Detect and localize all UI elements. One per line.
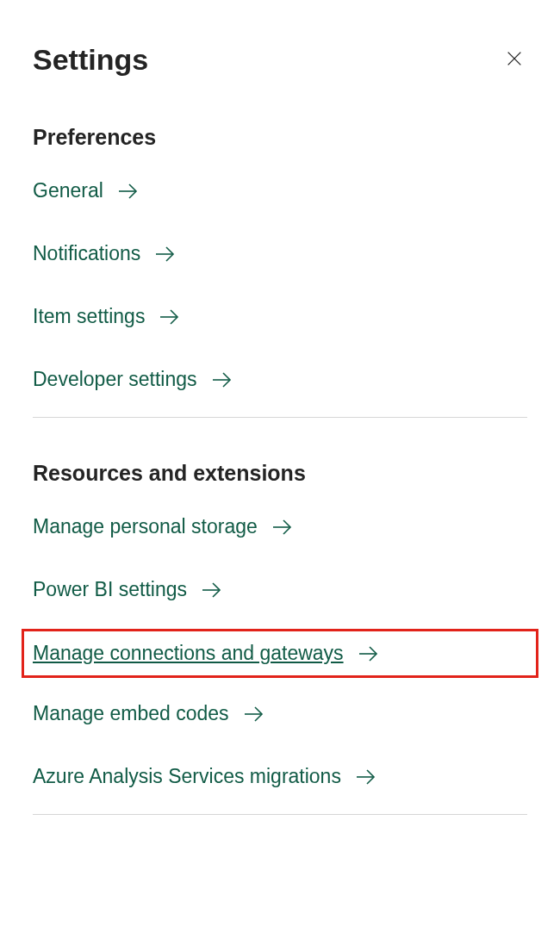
arrow-right-icon — [117, 182, 140, 201]
link-item-settings[interactable]: Item settings — [33, 305, 527, 328]
link-label: General — [33, 179, 103, 202]
arrow-right-icon — [154, 245, 177, 264]
arrow-right-icon — [201, 581, 223, 600]
arrow-right-icon — [358, 644, 380, 663]
link-label: Manage connections and gateways — [33, 642, 344, 665]
link-general[interactable]: General — [33, 179, 527, 202]
resources-links: Manage personal storage Power BI setting… — [33, 515, 527, 788]
link-notifications[interactable]: Notifications — [33, 242, 527, 265]
link-label: Developer settings — [33, 368, 197, 391]
close-icon — [505, 49, 524, 71]
arrow-right-icon — [211, 370, 233, 389]
link-label: Notifications — [33, 242, 140, 265]
section-divider — [33, 417, 527, 418]
settings-header: Settings — [33, 43, 527, 77]
link-manage-embed-codes[interactable]: Manage embed codes — [33, 702, 527, 725]
link-label: Manage embed codes — [33, 702, 229, 725]
arrow-right-icon — [243, 705, 265, 724]
preferences-links: General Notifications Item settings Deve… — [33, 179, 527, 391]
link-label: Item settings — [33, 305, 145, 328]
section-title-resources: Resources and extensions — [33, 461, 527, 486]
arrow-right-icon — [159, 308, 181, 326]
arrow-right-icon — [271, 518, 294, 537]
link-label: Azure Analysis Services migrations — [33, 765, 341, 788]
link-label: Manage personal storage — [33, 515, 258, 538]
link-power-bi-settings[interactable]: Power BI settings — [33, 578, 527, 601]
link-manage-connections-gateways[interactable]: Manage connections and gateways — [33, 642, 527, 665]
panel-title: Settings — [33, 43, 148, 77]
link-azure-analysis-migrations[interactable]: Azure Analysis Services migrations — [33, 765, 527, 788]
section-title-preferences: Preferences — [33, 125, 527, 150]
link-label: Power BI settings — [33, 578, 187, 601]
link-manage-personal-storage[interactable]: Manage personal storage — [33, 515, 527, 538]
arrow-right-icon — [355, 768, 377, 786]
section-divider — [33, 814, 527, 815]
highlighted-callout: Manage connections and gateways — [22, 629, 538, 678]
link-developer-settings[interactable]: Developer settings — [33, 368, 527, 391]
close-button[interactable] — [501, 46, 527, 74]
